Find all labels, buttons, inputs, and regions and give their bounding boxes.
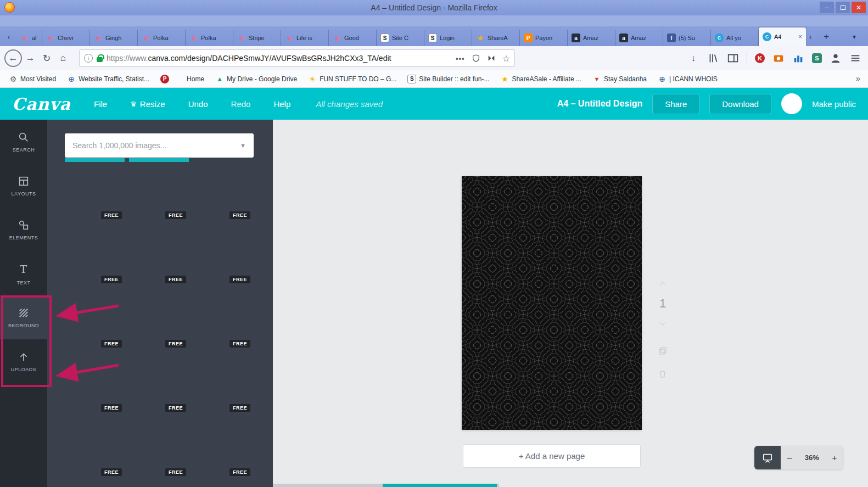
background-thumbnail[interactable]: FREE [129, 291, 189, 350]
page-actions-icon[interactable]: ••• [456, 54, 465, 63]
new-tab-button[interactable]: + [819, 30, 833, 44]
delete-page-icon[interactable] [658, 369, 668, 379]
reload-button[interactable]: ↻ [38, 50, 55, 66]
browser-tab[interactable]: Payon [520, 30, 568, 46]
bookmark-item[interactable]: Most Visited [9, 75, 56, 83]
background-thumbnail[interactable]: FREE [193, 163, 253, 222]
downloads-icon[interactable]: ↓ [687, 52, 699, 64]
canva-logo[interactable]: Canva [12, 94, 71, 114]
bookmark-item[interactable]: Site Builder :: edit fun-... [407, 75, 489, 83]
browser-tab[interactable]: Amaz [615, 30, 663, 46]
tab-list-dropdown-icon[interactable]: ▾ [848, 30, 861, 44]
background-thumbnail[interactable]: FREE [193, 227, 253, 286]
bookmark-item[interactable]: Home [183, 75, 204, 83]
close-button[interactable]: ✕ [852, 2, 866, 13]
sidebar-item-elements[interactable]: ELEMENTS [0, 208, 47, 251]
bookmark-item[interactable]: FUN STUFF TO DO – G... [308, 75, 396, 83]
zoom-out-button[interactable]: – [787, 453, 792, 462]
url-bar[interactable]: i https://www.canva.com/design/DACHPeSmw… [79, 49, 515, 67]
browser-tab[interactable]: Life is [281, 30, 329, 46]
bookmark-item[interactable] [160, 75, 172, 83]
background-thumbnail[interactable]: FREE [193, 419, 253, 479]
background-thumbnail[interactable]: FREE [129, 227, 189, 286]
avatar[interactable] [781, 93, 802, 114]
browser-tab[interactable]: ShareA [472, 30, 520, 46]
analytics-extension-icon[interactable] [792, 52, 804, 64]
background-thumbnail-partial[interactable] [65, 158, 125, 162]
bookmark-item[interactable]: My Drive - Google Drive [215, 75, 297, 83]
present-button[interactable] [754, 446, 781, 469]
browser-tab[interactable]: Chevr [42, 30, 90, 46]
bookmark-item[interactable]: Website Traffic, Statist... [67, 75, 149, 83]
bowtie-icon[interactable] [487, 54, 496, 63]
search-dropdown-icon[interactable]: ▼ [240, 142, 246, 149]
help-menu[interactable]: Help [273, 99, 290, 109]
url-text[interactable]: https://www.canva.com/design/DACHPeSmwJY… [107, 54, 452, 63]
background-thumbnail[interactable]: FREE [193, 355, 253, 415]
background-thumbnail[interactable]: FREE [129, 355, 189, 415]
home-button[interactable]: ⌂ [55, 50, 71, 66]
back-button[interactable]: ← [4, 49, 22, 67]
sidebar-item-text[interactable]: T TEXT [0, 251, 47, 295]
bookmark-label: FUN STUFF TO DO – G... [320, 75, 396, 83]
undo-button[interactable]: Undo [188, 99, 208, 109]
background-thumbnail[interactable]: FREE [129, 419, 189, 479]
add-page-button[interactable]: + Add a new page [463, 444, 641, 468]
design-page[interactable] [462, 176, 642, 430]
share-button[interactable]: Share [652, 94, 699, 114]
maximize-button[interactable] [836, 2, 850, 13]
design-canvas[interactable]: 1 + Add a new page – 36% + [273, 120, 868, 487]
bookmark-star-icon[interactable]: ☆ [502, 53, 510, 64]
bookmarks-overflow-icon[interactable]: » [856, 74, 860, 83]
browser-tab[interactable]: (5) Su [663, 30, 711, 46]
background-thumbnail-partial[interactable] [129, 158, 189, 162]
browser-tab[interactable]: Polka [138, 30, 186, 46]
design-title[interactable]: A4 – Untitled Design [557, 99, 643, 109]
download-button[interactable]: Download [709, 94, 771, 114]
make-public-toggle[interactable]: Make public [812, 99, 856, 109]
tab-scroll-left-icon[interactable]: ‹ [3, 30, 14, 44]
bookmark-item[interactable]: ShareASale - Affiliate ... [500, 75, 581, 83]
browser-tab[interactable]: Gingh [90, 30, 138, 46]
zoom-in-button[interactable]: + [832, 453, 837, 462]
shareaholic-extension-icon[interactable]: S [812, 53, 822, 63]
browser-tab[interactable]: Polka [186, 30, 233, 46]
search-input[interactable] [72, 141, 240, 150]
browser-tab[interactable]: All yo [711, 30, 759, 46]
screenshot-extension-icon[interactable] [772, 52, 785, 64]
background-thumbnail[interactable]: FREE [65, 227, 125, 286]
browser-tab[interactable]: Site C [377, 30, 424, 46]
library-icon[interactable] [707, 52, 719, 64]
background-thumbnail[interactable]: FREE [65, 163, 125, 222]
forward-button[interactable]: → [22, 50, 38, 66]
browser-tab[interactable]: Login [424, 30, 472, 46]
redo-button[interactable]: Redo [231, 99, 251, 109]
browser-tab[interactable]: A4 [759, 27, 806, 46]
resize-menu[interactable]: ♛Resize [130, 99, 165, 109]
sidebar-item-search[interactable]: SEARCH [0, 120, 47, 164]
tab-close-icon[interactable] [798, 33, 802, 41]
browser-tab[interactable]: al E [16, 30, 42, 46]
hamburger-menu-icon[interactable] [849, 52, 861, 64]
sidebar-toggle-icon[interactable] [727, 52, 739, 64]
background-thumbnail[interactable]: FREE [65, 419, 125, 479]
keepa-extension-icon[interactable]: K [755, 53, 765, 63]
move-page-down-icon[interactable] [658, 318, 668, 328]
sidebar-item-layouts[interactable]: LAYOUTS [0, 164, 47, 208]
background-thumbnail[interactable]: FREE [193, 291, 253, 350]
account-icon[interactable] [830, 52, 842, 64]
browser-tab[interactable]: Stripe [233, 30, 281, 46]
image-search-box[interactable]: ▼ [65, 133, 254, 158]
minimize-button[interactable]: – [820, 2, 834, 13]
site-info-icon[interactable]: i [84, 54, 93, 63]
duplicate-page-icon[interactable] [658, 346, 668, 356]
browser-tab[interactable]: Good [329, 30, 377, 46]
move-page-up-icon[interactable] [658, 279, 668, 289]
bookmark-item[interactable]: | ICANN WHOIS [658, 75, 718, 83]
browser-tab[interactable]: Amaz [568, 30, 615, 46]
bookmark-item[interactable]: Stay Saldanha [592, 75, 647, 83]
shield-icon[interactable] [472, 54, 480, 63]
file-menu[interactable]: File [94, 99, 107, 109]
tab-scroll-right-icon[interactable]: › [805, 30, 816, 44]
background-thumbnail[interactable]: FREE [129, 163, 189, 222]
